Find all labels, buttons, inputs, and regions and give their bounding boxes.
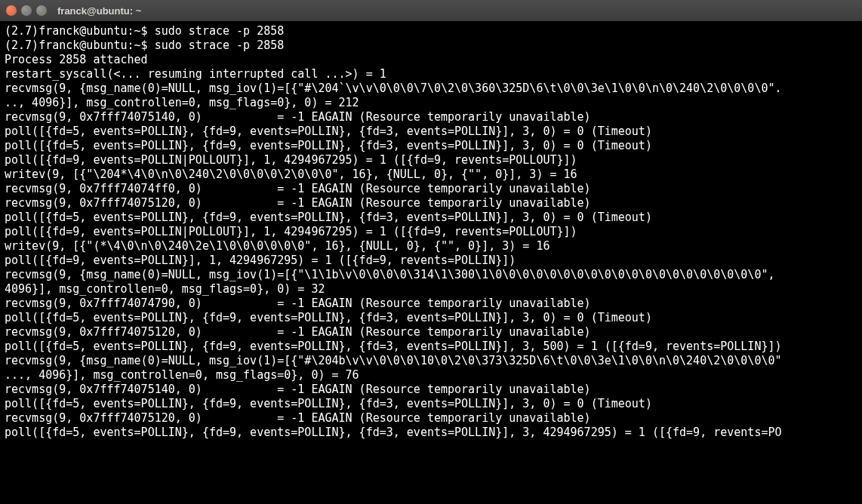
terminal-output[interactable]: (2.7)franck@ubuntu:~$ sudo strace -p 285… (0, 21, 862, 440)
terminal-line: writev(9, [{"(*\4\0\n\0\240\2e\1\0\0\0\0… (5, 239, 857, 254)
terminal-line: poll([{fd=5, events=POLLIN}, {fd=9, even… (5, 311, 857, 325)
terminal-line: Process 2858 attached (5, 53, 857, 67)
terminal-line: recvmsg(9, {msg_name(0)=NULL, msg_iov(1)… (5, 268, 857, 282)
terminal-line: poll([{fd=5, events=POLLIN}, {fd=9, even… (5, 124, 857, 139)
terminal-line: recvmsg(9, 0x7fff74075140, 0) = -1 EAGAI… (5, 383, 857, 397)
close-button[interactable] (6, 5, 17, 16)
terminal-line: poll([{fd=5, events=POLLIN}, {fd=9, even… (5, 426, 857, 440)
terminal-line: recvmsg(9, 0x7fff74075120, 0) = -1 EAGAI… (5, 411, 857, 426)
terminal-line: poll([{fd=9, events=POLLIN|POLLOUT}], 1,… (5, 225, 857, 239)
terminal-line: recvmsg(9, 0x7fff74074790, 0) = -1 EAGAI… (5, 297, 857, 311)
terminal-line: poll([{fd=5, events=POLLIN}, {fd=9, even… (5, 340, 857, 354)
terminal-line: writev(9, [{"\204*\4\0\n\0\240\2\0\0\0\0… (5, 167, 857, 182)
minimize-button[interactable] (21, 5, 32, 16)
terminal-line: recvmsg(9, {msg_name(0)=NULL, msg_iov(1)… (5, 81, 857, 96)
terminal-line: poll([{fd=9, events=POLLIN|POLLOUT}], 1,… (5, 153, 857, 167)
terminal-line: (2.7)franck@ubuntu:~$ sudo strace -p 285… (5, 24, 857, 38)
terminal-line: 4096}], msg_controllen=0, msg_flags=0}, … (5, 282, 857, 297)
terminal-line: poll([{fd=5, events=POLLIN}, {fd=9, even… (5, 211, 857, 225)
terminal-line: recvmsg(9, 0x7fff74075140, 0) = -1 EAGAI… (5, 110, 857, 124)
maximize-button[interactable] (36, 5, 47, 16)
terminal-line: recvmsg(9, {msg_name(0)=NULL, msg_iov(1)… (5, 354, 857, 368)
terminal-line: poll([{fd=5, events=POLLIN}, {fd=9, even… (5, 139, 857, 153)
window-title: franck@ubuntu: ~ (57, 4, 141, 18)
terminal-line: poll([{fd=9, events=POLLIN}], 1, 4294967… (5, 254, 857, 268)
terminal-line: ..., 4096}], msg_controllen=0, msg_flags… (5, 368, 857, 383)
terminal-line: recvmsg(9, 0x7fff74075120, 0) = -1 EAGAI… (5, 325, 857, 340)
terminal-line: (2.7)franck@ubuntu:~$ sudo strace -p 285… (5, 38, 857, 53)
window-titlebar: franck@ubuntu: ~ (0, 0, 862, 21)
terminal-line: poll([{fd=5, events=POLLIN}, {fd=9, even… (5, 397, 857, 411)
window-buttons (6, 5, 47, 16)
terminal-line: recvmsg(9, 0x7fff74074ff0, 0) = -1 EAGAI… (5, 182, 857, 196)
terminal-line: recvmsg(9, 0x7fff74075120, 0) = -1 EAGAI… (5, 196, 857, 211)
terminal-line: .., 4096}], msg_controllen=0, msg_flags=… (5, 96, 857, 110)
terminal-line: restart_syscall(<... resuming interrupte… (5, 67, 857, 81)
